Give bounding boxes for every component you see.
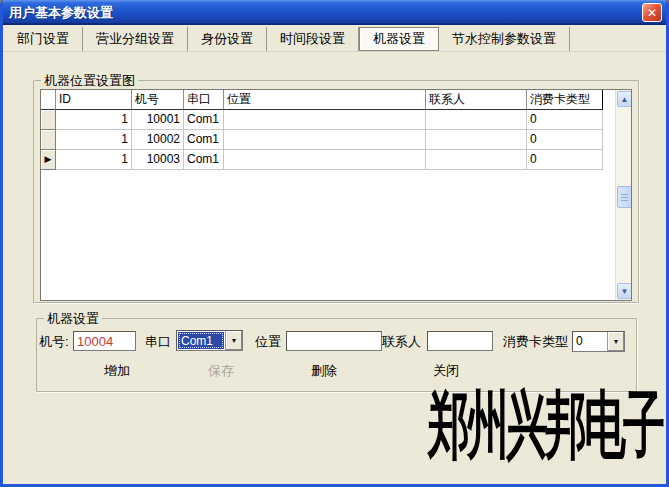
tab-machine[interactable]: 机器设置 (359, 27, 439, 51)
table-row[interactable]: ▶ 1 10003 Com1 0 (41, 150, 631, 170)
machine-settings-groupbox-title: 机器设置 (44, 311, 102, 326)
grid-header-port[interactable]: 串口 (184, 90, 224, 110)
machine-location-groupbox-title: 机器位置设置图 (41, 73, 138, 88)
cell-contact (426, 150, 527, 170)
grid-header-selector (41, 90, 56, 110)
cell-card-type: 0 (527, 130, 603, 150)
cell-card-type: 0 (527, 110, 603, 130)
cell-card-type: 0 (527, 150, 603, 170)
scrollbar-up-icon[interactable]: ▲ (617, 91, 632, 107)
row-selector[interactable] (41, 130, 56, 150)
grid-header-machine-no[interactable]: 机号 (132, 90, 184, 110)
cell-port: Com1 (184, 130, 224, 150)
close-icon: ✕ (647, 6, 657, 20)
cell-machine-no: 10002 (132, 130, 184, 150)
cell-contact (426, 110, 527, 130)
machine-no-label: 机号: (39, 333, 69, 351)
close-button[interactable]: ✕ (642, 3, 662, 22)
card-type-combobox[interactable]: 0 ▼ (572, 331, 625, 352)
cell-id: 1 (56, 150, 132, 170)
location-label: 位置 (255, 333, 281, 351)
cell-id: 1 (56, 110, 132, 130)
grid-header-row: ID 机号 串口 位置 联系人 消费卡类型 (41, 90, 631, 110)
scrollbar-down-icon[interactable]: ▼ (617, 283, 632, 299)
current-row-indicator-icon[interactable]: ▶ (41, 150, 56, 170)
cell-machine-no: 10001 (132, 110, 184, 130)
cell-contact (426, 130, 527, 150)
table-row[interactable]: 1 10001 Com1 0 (41, 110, 631, 130)
card-type-label: 消费卡类型 (503, 333, 568, 351)
chevron-down-icon[interactable]: ▼ (607, 332, 624, 351)
cell-location (224, 130, 426, 150)
dialog-user-basic-params: 用户基本参数设置 ✕ 部门设置 营业分组设置 身份设置 时间段设置 机器设置 节… (0, 0, 669, 487)
contact-field[interactable] (427, 331, 493, 351)
table-row[interactable]: 1 10002 Com1 0 (41, 130, 631, 150)
row-selector[interactable] (41, 110, 56, 130)
machine-grid: ID 机号 串口 位置 联系人 消费卡类型 1 10001 Com1 0 1 (40, 89, 632, 301)
tab-department[interactable]: 部门设置 (4, 27, 83, 51)
port-combobox-value: Com1 (178, 332, 224, 349)
vendor-watermark: 郑州兴邦电子 (428, 376, 662, 474)
cell-location (224, 110, 426, 130)
tab-bar: 部门设置 营业分组设置 身份设置 时间段设置 机器设置 节水控制参数设置 (3, 27, 666, 52)
cell-machine-no: 10003 (132, 150, 184, 170)
machine-location-groupbox: 机器位置设置图 ID 机号 串口 位置 联系人 消费卡类型 1 10001 Co… (33, 80, 639, 303)
location-field[interactable] (286, 331, 382, 351)
cell-location (224, 150, 426, 170)
contact-label: 联系人 (382, 333, 421, 351)
titlebar[interactable]: 用户基本参数设置 ✕ (0, 0, 669, 25)
save-button[interactable]: 保存 (189, 361, 253, 381)
grid-vertical-scrollbar[interactable]: ▲ ▼ (615, 90, 632, 300)
grid-header-contact[interactable]: 联系人 (426, 90, 527, 110)
tab-time-period[interactable]: 时间段设置 (267, 27, 359, 51)
delete-button[interactable]: 删除 (292, 361, 356, 381)
window-title: 用户基本参数设置 (9, 4, 113, 22)
tab-business-group[interactable]: 营业分组设置 (83, 27, 188, 51)
cell-id: 1 (56, 130, 132, 150)
add-button[interactable]: 增加 (85, 361, 149, 381)
machine-no-field[interactable] (73, 331, 136, 351)
tab-water-saving[interactable]: 节水控制参数设置 (439, 27, 570, 51)
grid-header-id[interactable]: ID (56, 90, 132, 110)
port-label: 串口 (145, 333, 171, 351)
scrollbar-thumb[interactable] (617, 186, 632, 208)
chevron-down-icon[interactable]: ▼ (225, 331, 242, 350)
port-combobox[interactable]: Com1 ▼ (176, 330, 243, 351)
cell-port: Com1 (184, 150, 224, 170)
cell-port: Com1 (184, 110, 224, 130)
grid-header-location[interactable]: 位置 (224, 90, 426, 110)
grid-header-card-type[interactable]: 消费卡类型 (527, 90, 603, 110)
card-type-combobox-value: 0 (573, 332, 607, 351)
tab-identity[interactable]: 身份设置 (188, 27, 267, 51)
